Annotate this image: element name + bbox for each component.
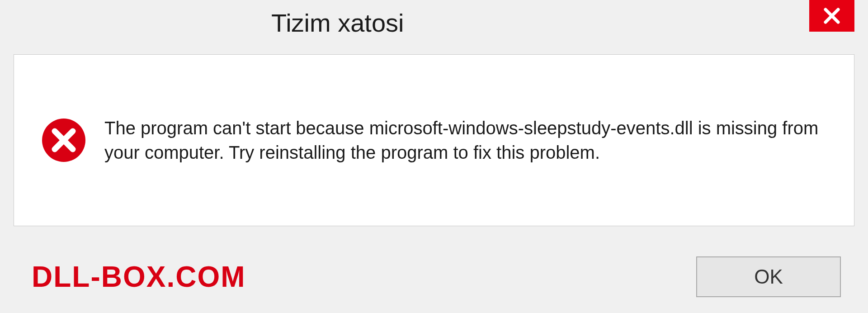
close-icon: [821, 5, 843, 27]
ok-button-label: OK: [754, 266, 783, 288]
ok-button[interactable]: OK: [696, 256, 841, 297]
error-icon: [41, 118, 86, 163]
watermark-text: DLL-BOX.COM: [32, 260, 246, 294]
dialog-footer: DLL-BOX.COM OK: [0, 241, 868, 313]
close-button[interactable]: [809, 0, 854, 32]
message-panel: The program can't start because microsof…: [14, 54, 854, 226]
titlebar: Tizim xatosi: [0, 0, 868, 45]
error-message: The program can't start because microsof…: [104, 116, 827, 165]
dialog-title: Tizim xatosi: [271, 8, 404, 38]
